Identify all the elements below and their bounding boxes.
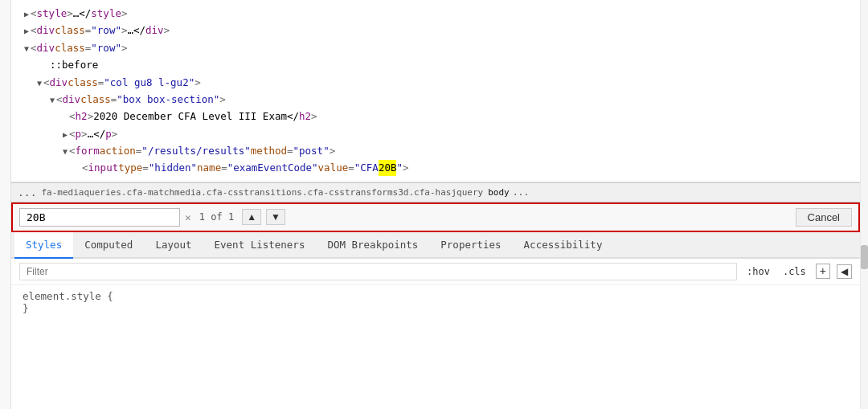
filter-cls-button[interactable]: .cls [780, 264, 809, 279]
code-line-p: ▶ <p>…</p> [11, 125, 860, 142]
highlight-20b: 20B [379, 160, 397, 175]
content-area: ▶ <style>…</style> ▶ <div class="row">…<… [11, 0, 860, 409]
right-scrollbar[interactable] [860, 0, 868, 409]
code-lines: ▶ <style>…</style> ▶ <div class="row">…<… [11, 0, 860, 182]
expand-icon[interactable]: ▼ [37, 77, 42, 90]
breadcrumb-dots: ... [18, 186, 36, 198]
code-panel: ▶ <style>…</style> ▶ <div class="row">…<… [11, 0, 860, 182]
search-cancel-button[interactable]: Cancel [796, 208, 852, 227]
code-line-div-row-1: ▶ <div class="row">…</div> [11, 22, 860, 39]
filter-arrow-button[interactable]: ◀ [837, 264, 852, 279]
style-rule: element.style { } [23, 290, 849, 314]
breadcrumb-bar: ... fa-mediaqueries.cfa-matchmedia.cfa-c… [11, 182, 860, 202]
filter-hov-button[interactable]: :hov [743, 264, 773, 279]
search-input[interactable] [19, 208, 180, 227]
code-line-form: ▼ <form action="/results/results" method… [11, 142, 860, 159]
expand-icon[interactable]: ▶ [24, 8, 29, 21]
expand-icon[interactable]: ▶ [24, 25, 29, 38]
tab-properties[interactable]: Properties [429, 232, 512, 259]
breadcrumb-path[interactable]: fa-mediaqueries.cfa-matchmedia.cfa-csstr… [41, 187, 483, 198]
left-sidebar [0, 0, 11, 409]
expand-icon[interactable]: ▼ [50, 94, 55, 107]
expand-icon[interactable]: ▼ [63, 145, 68, 158]
search-clear-icon[interactable]: ✕ [185, 211, 191, 223]
code-line-style: ▶ <style>…</style> [11, 5, 860, 22]
style-rule-line2: } [23, 302, 29, 314]
tabs-bar: Styles Computed Layout Event Listeners D… [11, 232, 860, 259]
tab-layout[interactable]: Layout [144, 232, 203, 259]
tab-dom-breakpoints[interactable]: DOM Breakpoints [316, 232, 429, 259]
filter-bar: :hov .cls + ◀ [11, 259, 860, 285]
breadcrumb-body[interactable]: body [488, 187, 510, 198]
style-rule-line1: element.style { [23, 290, 113, 302]
tab-styles[interactable]: Styles [14, 232, 73, 259]
search-prev-button[interactable]: ▲ [242, 209, 261, 225]
expand-icon[interactable]: ▼ [24, 43, 29, 55]
tab-accessibility[interactable]: Accessibility [513, 232, 614, 259]
filter-input[interactable] [19, 263, 737, 280]
expand-icon[interactable]: ▶ [63, 129, 68, 141]
code-line-h2: ▶ <h2>2020 December CFA Level III Exam</… [11, 108, 860, 125]
code-line-div-box: ▼ <div class="box box-section"> [11, 91, 860, 108]
tab-computed[interactable]: Computed [73, 232, 144, 259]
code-line-before: ::before [11, 56, 860, 73]
scrollbar-thumb [861, 245, 868, 269]
code-line-div-row-2: ▼ <div class="row"> [11, 39, 860, 56]
code-line-div-col: ▼ <div class="col gu8 l-gu2"> [11, 74, 860, 91]
tab-event-listeners[interactable]: Event Listeners [203, 232, 317, 259]
filter-plus-button[interactable]: + [816, 264, 830, 279]
breadcrumb-dots-end: ... [513, 186, 530, 198]
search-count: 1 of 1 [199, 211, 234, 223]
code-line-input: ▶ <input type="hidden" name="examEventCo… [11, 159, 860, 176]
styles-content: element.style { } [11, 285, 860, 409]
search-next-button[interactable]: ▼ [266, 209, 285, 225]
search-bar: ✕ 1 of 1 ▲ ▼ Cancel [11, 202, 860, 232]
devtools-panel: ▶ <style>…</style> ▶ <div class="row">…<… [0, 0, 868, 409]
